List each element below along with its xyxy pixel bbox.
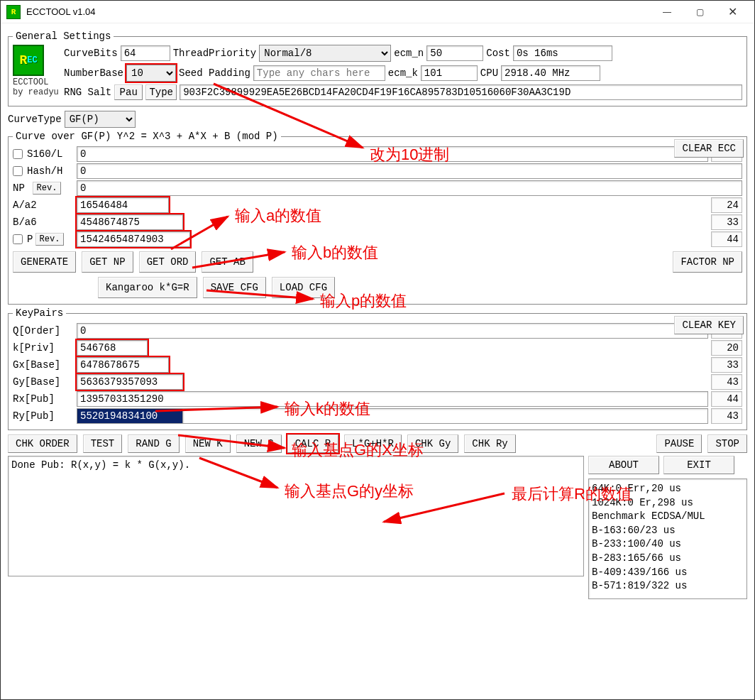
logo-block: REC ECCTOOL by readyu — [13, 45, 64, 100]
np-input[interactable] — [77, 180, 742, 196]
aa2-len: 24 — [711, 197, 742, 213]
cpu-label: CPU — [480, 67, 498, 79]
chkorder-button[interactable]: CHK ORDER — [8, 434, 77, 453]
hashh-input[interactable] — [77, 163, 742, 179]
hashh-label: Hash/H — [27, 165, 62, 177]
exit-button[interactable]: EXIT — [663, 456, 734, 474]
gy-label: Gy[Base] — [13, 376, 60, 388]
p-checkbox[interactable] — [13, 234, 26, 244]
keypairs-legend: KeyPairs — [13, 307, 66, 319]
getnp-button[interactable]: GET NP — [82, 251, 133, 273]
curvetype-select[interactable]: GF(P) — [65, 111, 136, 128]
s160l-label: S160/L — [27, 148, 62, 160]
curve-legend: Curve over GF(P) Y^2 = X^3 + A*X + B (mo… — [13, 131, 281, 142]
generate-button[interactable]: GENERATE — [13, 251, 76, 273]
test-button[interactable]: TEST — [83, 434, 123, 453]
cpu-display — [501, 65, 600, 81]
ry-input[interactable]: 5520194834100 — [77, 408, 183, 424]
window-title: ECCTOOL v1.04 — [26, 6, 651, 17]
randg-button[interactable]: RAND G — [128, 434, 179, 453]
aa2-label: A/a2 — [13, 199, 37, 211]
p-len: 44 — [711, 231, 742, 247]
threadpriority-select[interactable]: Normal/8 — [259, 45, 391, 62]
logo-icon: REC — [13, 45, 44, 76]
cost-label: Cost — [486, 48, 510, 59]
loadcfg-button[interactable]: LOAD CFG — [272, 277, 335, 298]
rngsalt-label: RNG Salt — [64, 87, 111, 98]
ecm-n-label: ecm_n — [394, 48, 424, 59]
logo-text1: ECCTOOL — [13, 77, 64, 87]
chkry-button[interactable]: CHK Ry — [464, 434, 515, 453]
seedpadding-input[interactable] — [253, 65, 385, 81]
gy-len: 43 — [711, 374, 742, 390]
kpriv-len: 20 — [711, 340, 742, 356]
pause-button[interactable]: PAUSE — [656, 434, 702, 453]
stop-button[interactable]: STOP — [707, 434, 747, 453]
general-legend: General Settings — [13, 31, 114, 42]
gx-input[interactable] — [77, 357, 169, 373]
newg-button[interactable]: NEW G — [236, 434, 282, 453]
curvetype-label: CurveType — [8, 114, 62, 125]
clear-key-button[interactable]: CLEAR KEY — [674, 316, 744, 334]
threadpriority-label: ThreadPriority — [173, 48, 257, 59]
np-label: NP — [13, 182, 33, 194]
numberbase-select[interactable]: 10 — [126, 65, 176, 82]
ry-len: 43 — [711, 408, 742, 424]
getord-button[interactable]: GET ORD — [139, 251, 197, 273]
savecfg-button[interactable]: SAVE CFG — [203, 277, 266, 298]
titlebar: R ECCTOOL v1.04 — ▢ ✕ — [1, 1, 754, 23]
log-textarea[interactable] — [8, 456, 584, 576]
cost-display — [513, 45, 612, 61]
numberbase-label: NumberBase — [64, 67, 123, 79]
app-icon: R — [6, 5, 21, 19]
kpriv-label: k[Priv] — [13, 342, 55, 354]
s160l-input[interactable] — [77, 146, 708, 162]
seedpadding-label: Seed Padding — [179, 67, 250, 79]
newk-button[interactable]: NEW K — [185, 434, 231, 453]
s160l-checkbox[interactable] — [13, 149, 26, 159]
kangaroo-button[interactable]: Kangaroo k*G=R — [98, 277, 197, 298]
close-button[interactable]: ✕ — [716, 1, 749, 23]
gy-input[interactable] — [77, 374, 183, 390]
ba6-input[interactable] — [77, 214, 183, 230]
qorder-label: Q[Order] — [13, 325, 60, 337]
ba6-len: 33 — [711, 214, 742, 230]
ba6-label: B/a6 — [13, 217, 37, 228]
clear-ecc-button[interactable]: CLEAR ECC — [674, 139, 744, 158]
lghhr-button[interactable]: L*G+H*R — [344, 434, 402, 453]
keypairs-group: KeyPairs CLEAR KEY Q[Order] 0 k[Priv] 20… — [8, 307, 747, 430]
rngsalt-input[interactable] — [180, 84, 742, 100]
hashh-checkbox[interactable] — [13, 166, 26, 176]
getab-button[interactable]: GET AB — [202, 251, 253, 273]
about-button[interactable]: ABOUT — [588, 456, 659, 474]
p-input[interactable] — [77, 231, 190, 247]
rx-label: Rx[Pub] — [13, 393, 55, 405]
p-rev-button[interactable]: Rev. — [35, 233, 64, 246]
curvebits-label: CurveBits — [64, 48, 118, 59]
calcr-button[interactable]: CALC R — [287, 434, 338, 453]
curve-group: Curve over GF(P) Y^2 = X^3 + A*X + B (mo… — [8, 131, 747, 305]
rx-input[interactable] — [77, 391, 708, 407]
rx-len: 44 — [711, 391, 742, 407]
chkgy-button[interactable]: CHK Gy — [407, 434, 458, 453]
curvebits-input[interactable] — [121, 45, 170, 61]
minimize-button[interactable]: — — [651, 1, 683, 23]
window: R ECCTOOL v1.04 — ▢ ✕ General Settings R… — [0, 0, 755, 700]
pau-button[interactable]: Pau — [114, 84, 143, 100]
maximize-button[interactable]: ▢ — [683, 1, 716, 23]
type-button[interactable]: Type — [145, 84, 177, 100]
status-textarea[interactable]: 64K:0 Err,20 us 1024K:0 Er,298 us Benchm… — [588, 478, 747, 599]
p-label: P — [27, 234, 35, 245]
kpriv-input[interactable] — [77, 340, 148, 356]
qorder-input[interactable] — [77, 323, 708, 339]
logo-text2: by readyu — [13, 87, 64, 97]
general-settings-group: General Settings REC ECCTOOL by readyu C… — [8, 31, 747, 106]
ry-label: Ry[Pub] — [13, 410, 55, 422]
ry-input-rest[interactable] — [183, 408, 708, 424]
aa2-input[interactable] — [77, 197, 169, 213]
factornp-button[interactable]: FACTOR NP — [673, 251, 742, 273]
ecm-n-input[interactable] — [426, 45, 483, 61]
ecm-k-label: ecm_k — [388, 67, 418, 79]
np-rev-button[interactable]: Rev. — [33, 182, 61, 195]
ecm-k-input[interactable] — [421, 65, 478, 81]
